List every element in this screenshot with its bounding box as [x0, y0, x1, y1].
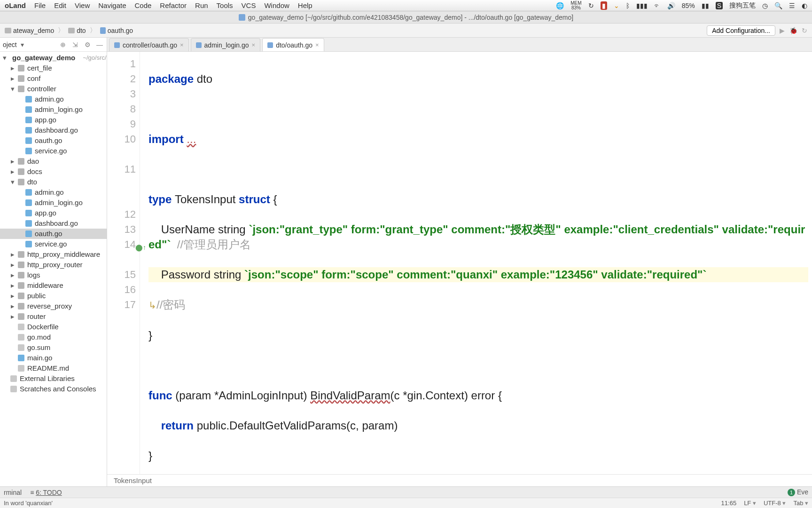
menu-code[interactable]: Code	[134, 1, 151, 9]
menu-icon[interactable]: ☰	[789, 2, 795, 9]
file-icon	[10, 375, 17, 382]
chevron-down-icon[interactable]: ▾	[21, 41, 24, 48]
tree-row[interactable]: oauth.go	[0, 135, 107, 146]
menu-navigate[interactable]: Navigate	[98, 1, 126, 9]
tree-row[interactable]: ▸http_proxy_middleware	[0, 249, 107, 260]
tree-row[interactable]: dashboard.go	[0, 218, 107, 229]
globe-icon[interactable]: 🌐	[556, 2, 564, 9]
tree-row[interactable]: service.go	[0, 146, 107, 156]
battery-icon[interactable]: ▮▮	[702, 2, 709, 9]
tree-row[interactable]: Dockerfile	[0, 322, 107, 332]
menu-run[interactable]: Run	[195, 1, 208, 9]
event-log[interactable]: 1 Eve	[788, 488, 808, 496]
tree-row[interactable]: ▸http_proxy_router	[0, 260, 107, 270]
tree-row[interactable]: ▸logs	[0, 270, 107, 280]
folder-icon	[18, 75, 24, 82]
tree-row[interactable]: go.sum	[0, 342, 107, 353]
collapse-icon[interactable]: ⇲	[71, 40, 79, 49]
breadcrumb-file[interactable]: oauth.go	[98, 27, 135, 34]
close-icon[interactable]: ×	[252, 41, 256, 48]
sync-icon[interactable]: ↻	[588, 2, 594, 9]
debug-button[interactable]: 🐞	[789, 26, 798, 35]
hide-icon[interactable]: —	[95, 40, 104, 49]
close-icon[interactable]: ×	[180, 41, 184, 48]
editor-body[interactable]: 123891011121314151617 package dto import…	[107, 52, 812, 474]
tree-row[interactable]: service.go	[0, 239, 107, 249]
stop-button[interactable]: ↻	[800, 26, 809, 35]
tab-admin-login[interactable]: admin_login.go×	[191, 38, 261, 51]
clock-icon[interactable]: ◷	[762, 2, 768, 9]
menu-edit[interactable]: Edit	[54, 1, 66, 9]
tree-row[interactable]: main.go	[0, 353, 107, 363]
editor-area: controller/oauth.go× admin_login.go× dto…	[107, 38, 812, 486]
encoding[interactable]: UTF-8	[764, 500, 786, 507]
bluetooth-icon[interactable]: ᛒ	[626, 2, 630, 9]
close-icon[interactable]: ×	[315, 41, 319, 48]
tree-row[interactable]: app.go	[0, 208, 107, 218]
chevron-icon[interactable]: ⌄	[614, 2, 619, 9]
tab-dto-oauth[interactable]: dto/oauth.go×	[262, 38, 324, 51]
folder-icon	[18, 262, 24, 268]
ime-icon[interactable]: S	[716, 2, 723, 9]
run-button[interactable]: ▶	[777, 26, 787, 35]
project-header-label[interactable]: oject	[3, 41, 17, 48]
line-ending[interactable]: LF	[744, 500, 756, 507]
tree-row[interactable]: ▸docs	[0, 167, 107, 177]
shield-icon[interactable]: ▮	[601, 1, 607, 10]
indent[interactable]: Tab	[793, 500, 808, 507]
file-icon	[10, 386, 17, 392]
menu-file[interactable]: File	[34, 1, 46, 9]
tree-row[interactable]: External Libraries	[0, 373, 107, 384]
menu-window[interactable]: Window	[264, 1, 289, 9]
tree-row[interactable]: README.md	[0, 363, 107, 373]
file-icon	[25, 148, 32, 154]
tree-row[interactable]: admin_login.go	[0, 198, 107, 208]
volume-icon[interactable]: 🔊	[667, 2, 675, 9]
menu-help[interactable]: Help	[298, 1, 312, 9]
battery-alt-icon[interactable]: ▮▮▮	[636, 2, 648, 9]
menu-tools[interactable]: Tools	[217, 1, 233, 9]
code-content[interactable]: package dto import ... type TokensInput …	[140, 52, 812, 474]
tree-row[interactable]: ▸dao	[0, 156, 107, 167]
add-configuration-button[interactable]: Add Configuration...	[707, 25, 775, 36]
editor-breadcrumb[interactable]: TokensInput	[107, 474, 812, 486]
tree-row[interactable]: ▸router	[0, 311, 107, 322]
tab-controller-oauth[interactable]: controller/oauth.go×	[109, 38, 189, 51]
menu-view[interactable]: View	[75, 1, 90, 9]
todo-tool[interactable]: ≡ 6: TODO	[30, 489, 62, 496]
ime-label[interactable]: 搜狗五笔	[729, 1, 756, 10]
project-tree[interactable]: ▾ go_gateway_demo ~/go/src/g ▸cert_file▸…	[0, 52, 107, 486]
tree-row[interactable]: ▸conf	[0, 73, 107, 84]
menu-refactor[interactable]: Refactor	[160, 1, 187, 9]
spotlight-icon[interactable]: 🔍	[774, 2, 782, 9]
settings-icon[interactable]: ⚙	[83, 40, 92, 49]
menu-vcs[interactable]: VCS	[242, 1, 256, 9]
tree-row[interactable]: ▾controller	[0, 84, 107, 94]
tree-root[interactable]: ▾ go_gateway_demo ~/go/src/g	[0, 53, 107, 63]
breadcrumb-root[interactable]: ateway_demo	[3, 27, 56, 34]
tree-row[interactable]: go.mod	[0, 332, 107, 342]
tree-row[interactable]: dashboard.go	[0, 125, 107, 135]
tree-row[interactable]: ▸cert_file	[0, 63, 107, 73]
tree-row[interactable]: admin.go	[0, 187, 107, 198]
locate-icon[interactable]: ⊕	[59, 40, 67, 49]
cursor-position[interactable]: 11:65	[721, 500, 737, 507]
folder-icon	[5, 28, 11, 33]
tree-row[interactable]: ▾dto	[0, 177, 107, 187]
terminal-tool[interactable]: rminal	[4, 489, 22, 496]
mac-menubar: oLand File Edit View Navigate Code Refac…	[0, 0, 812, 11]
user-icon[interactable]: ◐	[802, 2, 807, 9]
wifi-icon[interactable]: ᯤ	[654, 2, 661, 9]
tree-row[interactable]: ▸reverse_proxy	[0, 301, 107, 311]
tree-row[interactable]: oauth.go	[0, 229, 107, 239]
folder-icon	[68, 28, 75, 33]
tree-row[interactable]: ▸middleware	[0, 280, 107, 291]
tree-row[interactable]: ▸public	[0, 291, 107, 301]
tree-row[interactable]: admin.go	[0, 94, 107, 104]
tree-row[interactable]: admin_login.go	[0, 104, 107, 115]
tree-row[interactable]: app.go	[0, 115, 107, 125]
go-file-icon	[196, 42, 202, 48]
tree-row[interactable]: Scratches and Consoles	[0, 384, 107, 394]
breadcrumb-dto[interactable]: dto	[66, 27, 87, 34]
line-gutter: 123891011121314151617	[107, 52, 140, 474]
